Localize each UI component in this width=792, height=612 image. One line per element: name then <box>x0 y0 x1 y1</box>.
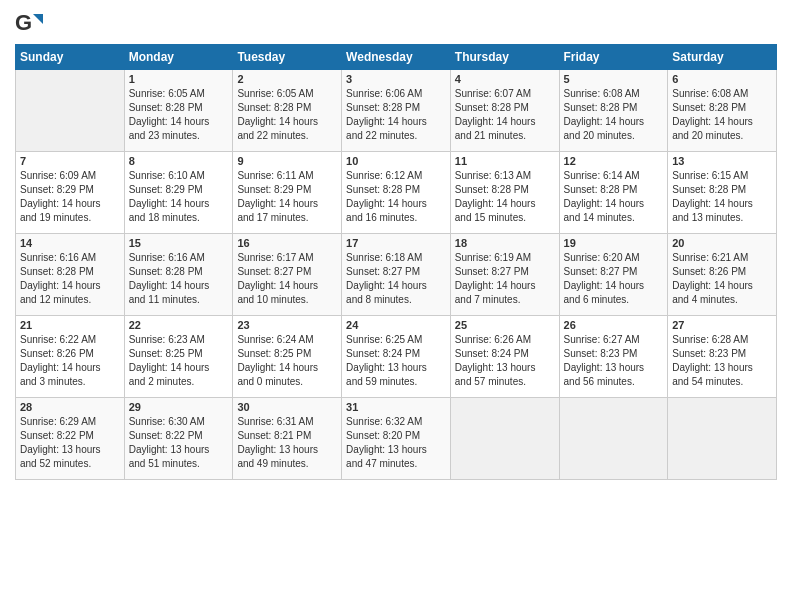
weekday-header: Thursday <box>450 45 559 70</box>
day-number: 29 <box>129 401 229 413</box>
calendar-cell: 11Sunrise: 6:13 AMSunset: 8:28 PMDayligh… <box>450 152 559 234</box>
calendar-cell: 29Sunrise: 6:30 AMSunset: 8:22 PMDayligh… <box>124 398 233 480</box>
weekday-header: Saturday <box>668 45 777 70</box>
calendar-cell: 7Sunrise: 6:09 AMSunset: 8:29 PMDaylight… <box>16 152 125 234</box>
day-number: 20 <box>672 237 772 249</box>
day-number: 22 <box>129 319 229 331</box>
cell-content: Sunrise: 6:12 AMSunset: 8:28 PMDaylight:… <box>346 170 427 223</box>
day-number: 27 <box>672 319 772 331</box>
cell-content: Sunrise: 6:31 AMSunset: 8:21 PMDaylight:… <box>237 416 318 469</box>
calendar-week-row: 14Sunrise: 6:16 AMSunset: 8:28 PMDayligh… <box>16 234 777 316</box>
weekday-header: Friday <box>559 45 668 70</box>
day-number: 5 <box>564 73 664 85</box>
cell-content: Sunrise: 6:20 AMSunset: 8:27 PMDaylight:… <box>564 252 645 305</box>
day-number: 24 <box>346 319 446 331</box>
day-number: 3 <box>346 73 446 85</box>
header-row: G <box>15 10 777 38</box>
day-number: 11 <box>455 155 555 167</box>
weekday-header-row: SundayMondayTuesdayWednesdayThursdayFrid… <box>16 45 777 70</box>
cell-content: Sunrise: 6:21 AMSunset: 8:26 PMDaylight:… <box>672 252 753 305</box>
cell-content: Sunrise: 6:18 AMSunset: 8:27 PMDaylight:… <box>346 252 427 305</box>
cell-content: Sunrise: 6:27 AMSunset: 8:23 PMDaylight:… <box>564 334 645 387</box>
calendar-cell: 17Sunrise: 6:18 AMSunset: 8:27 PMDayligh… <box>342 234 451 316</box>
day-number: 4 <box>455 73 555 85</box>
cell-content: Sunrise: 6:22 AMSunset: 8:26 PMDaylight:… <box>20 334 101 387</box>
calendar-cell: 22Sunrise: 6:23 AMSunset: 8:25 PMDayligh… <box>124 316 233 398</box>
cell-content: Sunrise: 6:25 AMSunset: 8:24 PMDaylight:… <box>346 334 427 387</box>
day-number: 6 <box>672 73 772 85</box>
cell-content: Sunrise: 6:05 AMSunset: 8:28 PMDaylight:… <box>129 88 210 141</box>
calendar-cell: 26Sunrise: 6:27 AMSunset: 8:23 PMDayligh… <box>559 316 668 398</box>
calendar-cell: 13Sunrise: 6:15 AMSunset: 8:28 PMDayligh… <box>668 152 777 234</box>
cell-content: Sunrise: 6:10 AMSunset: 8:29 PMDaylight:… <box>129 170 210 223</box>
weekday-header: Monday <box>124 45 233 70</box>
calendar-cell: 6Sunrise: 6:08 AMSunset: 8:28 PMDaylight… <box>668 70 777 152</box>
calendar-cell: 4Sunrise: 6:07 AMSunset: 8:28 PMDaylight… <box>450 70 559 152</box>
cell-content: Sunrise: 6:19 AMSunset: 8:27 PMDaylight:… <box>455 252 536 305</box>
day-number: 9 <box>237 155 337 167</box>
calendar-cell <box>668 398 777 480</box>
day-number: 12 <box>564 155 664 167</box>
calendar-cell: 12Sunrise: 6:14 AMSunset: 8:28 PMDayligh… <box>559 152 668 234</box>
day-number: 18 <box>455 237 555 249</box>
calendar-cell: 23Sunrise: 6:24 AMSunset: 8:25 PMDayligh… <box>233 316 342 398</box>
day-number: 23 <box>237 319 337 331</box>
calendar-week-row: 7Sunrise: 6:09 AMSunset: 8:29 PMDaylight… <box>16 152 777 234</box>
calendar-cell <box>559 398 668 480</box>
calendar-cell: 19Sunrise: 6:20 AMSunset: 8:27 PMDayligh… <box>559 234 668 316</box>
cell-content: Sunrise: 6:16 AMSunset: 8:28 PMDaylight:… <box>129 252 210 305</box>
day-number: 14 <box>20 237 120 249</box>
cell-content: Sunrise: 6:16 AMSunset: 8:28 PMDaylight:… <box>20 252 101 305</box>
calendar-cell: 2Sunrise: 6:05 AMSunset: 8:28 PMDaylight… <box>233 70 342 152</box>
cell-content: Sunrise: 6:26 AMSunset: 8:24 PMDaylight:… <box>455 334 536 387</box>
weekday-header: Sunday <box>16 45 125 70</box>
calendar-cell: 20Sunrise: 6:21 AMSunset: 8:26 PMDayligh… <box>668 234 777 316</box>
calendar-cell: 9Sunrise: 6:11 AMSunset: 8:29 PMDaylight… <box>233 152 342 234</box>
calendar-cell: 24Sunrise: 6:25 AMSunset: 8:24 PMDayligh… <box>342 316 451 398</box>
day-number: 15 <box>129 237 229 249</box>
calendar-cell <box>16 70 125 152</box>
calendar-cell: 28Sunrise: 6:29 AMSunset: 8:22 PMDayligh… <box>16 398 125 480</box>
day-number: 13 <box>672 155 772 167</box>
cell-content: Sunrise: 6:06 AMSunset: 8:28 PMDaylight:… <box>346 88 427 141</box>
cell-content: Sunrise: 6:08 AMSunset: 8:28 PMDaylight:… <box>672 88 753 141</box>
calendar-week-row: 21Sunrise: 6:22 AMSunset: 8:26 PMDayligh… <box>16 316 777 398</box>
cell-content: Sunrise: 6:32 AMSunset: 8:20 PMDaylight:… <box>346 416 427 469</box>
page-container: G SundayMondayTuesdayWednesdayThursdayFr… <box>0 0 792 490</box>
cell-content: Sunrise: 6:13 AMSunset: 8:28 PMDaylight:… <box>455 170 536 223</box>
day-number: 2 <box>237 73 337 85</box>
calendar-cell: 10Sunrise: 6:12 AMSunset: 8:28 PMDayligh… <box>342 152 451 234</box>
cell-content: Sunrise: 6:07 AMSunset: 8:28 PMDaylight:… <box>455 88 536 141</box>
cell-content: Sunrise: 6:24 AMSunset: 8:25 PMDaylight:… <box>237 334 318 387</box>
day-number: 10 <box>346 155 446 167</box>
cell-content: Sunrise: 6:30 AMSunset: 8:22 PMDaylight:… <box>129 416 210 469</box>
day-number: 31 <box>346 401 446 413</box>
day-number: 21 <box>20 319 120 331</box>
cell-content: Sunrise: 6:15 AMSunset: 8:28 PMDaylight:… <box>672 170 753 223</box>
calendar-table: SundayMondayTuesdayWednesdayThursdayFrid… <box>15 44 777 480</box>
day-number: 26 <box>564 319 664 331</box>
day-number: 19 <box>564 237 664 249</box>
calendar-cell: 16Sunrise: 6:17 AMSunset: 8:27 PMDayligh… <box>233 234 342 316</box>
cell-content: Sunrise: 6:11 AMSunset: 8:29 PMDaylight:… <box>237 170 318 223</box>
day-number: 28 <box>20 401 120 413</box>
calendar-cell: 1Sunrise: 6:05 AMSunset: 8:28 PMDaylight… <box>124 70 233 152</box>
calendar-cell: 14Sunrise: 6:16 AMSunset: 8:28 PMDayligh… <box>16 234 125 316</box>
cell-content: Sunrise: 6:29 AMSunset: 8:22 PMDaylight:… <box>20 416 101 469</box>
cell-content: Sunrise: 6:14 AMSunset: 8:28 PMDaylight:… <box>564 170 645 223</box>
cell-content: Sunrise: 6:08 AMSunset: 8:28 PMDaylight:… <box>564 88 645 141</box>
cell-content: Sunrise: 6:17 AMSunset: 8:27 PMDaylight:… <box>237 252 318 305</box>
calendar-week-row: 1Sunrise: 6:05 AMSunset: 8:28 PMDaylight… <box>16 70 777 152</box>
calendar-cell: 5Sunrise: 6:08 AMSunset: 8:28 PMDaylight… <box>559 70 668 152</box>
day-number: 16 <box>237 237 337 249</box>
cell-content: Sunrise: 6:28 AMSunset: 8:23 PMDaylight:… <box>672 334 753 387</box>
day-number: 1 <box>129 73 229 85</box>
weekday-header: Wednesday <box>342 45 451 70</box>
logo: G <box>15 10 47 38</box>
cell-content: Sunrise: 6:09 AMSunset: 8:29 PMDaylight:… <box>20 170 101 223</box>
calendar-cell: 3Sunrise: 6:06 AMSunset: 8:28 PMDaylight… <box>342 70 451 152</box>
calendar-cell: 15Sunrise: 6:16 AMSunset: 8:28 PMDayligh… <box>124 234 233 316</box>
logo-icon: G <box>15 10 43 38</box>
day-number: 25 <box>455 319 555 331</box>
calendar-week-row: 28Sunrise: 6:29 AMSunset: 8:22 PMDayligh… <box>16 398 777 480</box>
